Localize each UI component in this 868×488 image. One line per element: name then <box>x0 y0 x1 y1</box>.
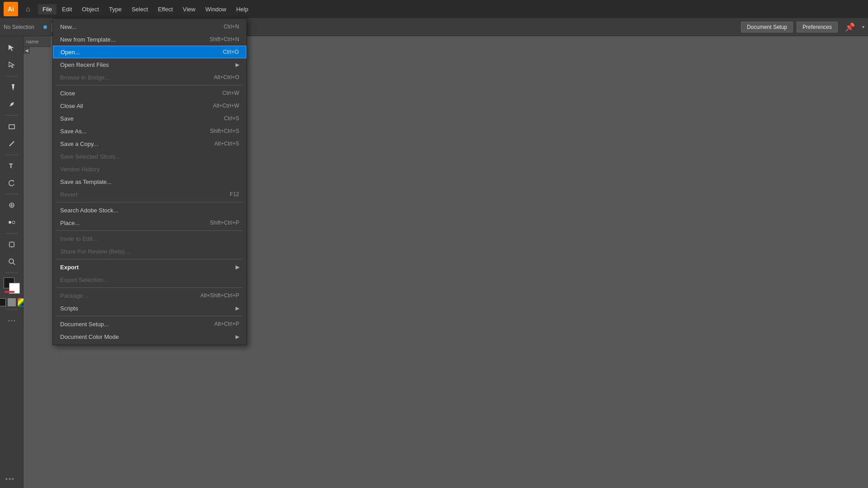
separator-6 <box>57 316 243 316</box>
brush-tool[interactable] <box>4 79 20 95</box>
menu-version-history: Version History <box>53 163 246 175</box>
color-fill-icon[interactable] <box>8 298 16 306</box>
artboard-tool[interactable] <box>4 236 20 253</box>
svg-rect-3 <box>9 125 14 129</box>
zoom-tool[interactable] <box>4 253 20 270</box>
pen-tool[interactable] <box>4 96 20 113</box>
menu-close[interactable]: Close Ctrl+W <box>53 87 246 99</box>
color-swatch[interactable] <box>4 277 20 294</box>
menu-search-stock[interactable]: Search Adobe Stock... <box>53 204 246 216</box>
menu-save[interactable]: Save Ctrl+S <box>53 112 246 125</box>
menu-bar: Ai ⌂ File Edit Object Type Select Effect… <box>0 0 868 18</box>
app-logo: Ai <box>4 2 18 16</box>
menu-scripts[interactable]: Scripts ▶ <box>53 302 246 314</box>
tool-separator-3 <box>5 155 19 155</box>
more-options-icon[interactable]: ••• <box>5 475 15 483</box>
menu-invite-edit: Invite to Edit... <box>53 232 246 245</box>
canvas-panel: name <box>24 36 51 47</box>
menu-type[interactable]: Type <box>104 4 126 14</box>
separator-4 <box>57 259 243 259</box>
menu-object[interactable]: Object <box>77 4 104 14</box>
svg-point-16 <box>9 259 14 263</box>
document-setup-button[interactable]: Document Setup <box>741 22 793 33</box>
type-tool[interactable]: T <box>4 158 20 174</box>
svg-rect-18 <box>5 291 14 293</box>
toolbar-expand-icon[interactable]: ▾ <box>862 24 864 29</box>
panel-collapse-icon[interactable]: ◀ <box>24 47 30 54</box>
no-fill-icon[interactable] <box>0 298 6 306</box>
selection-status: No Selection <box>4 24 34 30</box>
rectangle-tool[interactable] <box>4 118 20 135</box>
menu-revert: Revert F12 <box>53 188 246 201</box>
home-icon[interactable]: ⌂ <box>22 3 34 15</box>
menu-close-all[interactable]: Close All Alt+Ctrl+W <box>53 99 246 112</box>
tool-separator-2 <box>5 115 19 116</box>
menu-open-recent[interactable]: Open Recent Files ▶ <box>53 58 246 71</box>
menu-new-from-template[interactable]: New from Template... Shift+Ctrl+N <box>53 33 246 46</box>
menu-place[interactable]: Place... Shift+Ctrl+P <box>53 216 246 229</box>
menu-edit[interactable]: Edit <box>57 4 76 14</box>
stroke-dot-icon <box>43 25 47 29</box>
menu-package: Package... Alt+Shift+Ctrl+P <box>53 289 246 302</box>
menu-window[interactable]: Window <box>201 4 231 14</box>
tool-separator-1 <box>5 76 19 76</box>
tool-separator-7 <box>5 309 19 310</box>
svg-rect-1 <box>12 85 14 89</box>
menu-browse-bridge: Browse in Bridge... Alt+Ctrl+O <box>53 71 246 84</box>
blend-tool[interactable] <box>4 214 20 230</box>
svg-point-9 <box>9 221 11 224</box>
symbol-tool[interactable] <box>4 197 20 213</box>
svg-text:T: T <box>9 162 13 169</box>
menu-save-selected-slices: Save Selected Slices... <box>53 150 246 163</box>
menu-open[interactable]: Open... Ctrl+O <box>53 46 246 58</box>
submenu-arrow-icon: ▶ <box>236 62 239 68</box>
pencil-tool[interactable] <box>4 136 20 152</box>
left-sidebar: T <box>0 36 24 488</box>
color-mode-buttons <box>0 298 26 306</box>
menu-view[interactable]: View <box>178 4 200 14</box>
menu-share-review: Share For Review (Beta)... <box>53 245 246 258</box>
svg-point-10 <box>12 221 15 224</box>
color-mode-arrow-icon: ▶ <box>236 334 239 340</box>
direct-selection-tool[interactable] <box>4 57 20 73</box>
menu-document-color-mode[interactable]: Document Color Mode ▶ <box>53 330 246 343</box>
preferences-button[interactable]: Preferences <box>797 22 838 33</box>
menu-document-setup[interactable]: Document Setup... Alt+Ctrl+P <box>53 318 246 330</box>
separator-1 <box>57 85 243 85</box>
tool-separator-6 <box>5 272 19 273</box>
tool-separator-5 <box>5 233 19 234</box>
file-dropdown-menu: New... Ctrl+N New from Template... Shift… <box>52 18 247 345</box>
export-arrow-icon: ▶ <box>236 264 239 270</box>
rotate-tool[interactable] <box>4 175 20 191</box>
separator-2 <box>57 202 243 202</box>
menu-file[interactable]: File <box>38 4 57 14</box>
menu-export[interactable]: Export ▶ <box>53 261 246 273</box>
menu-select[interactable]: Select <box>127 4 152 14</box>
svg-rect-11 <box>9 242 14 247</box>
separator-5 <box>57 287 243 288</box>
tool-separator-4 <box>5 194 19 194</box>
svg-rect-2 <box>13 89 14 90</box>
menu-items: File Edit Object Type Select Effect View… <box>38 4 253 14</box>
more-tools[interactable]: ⋯ <box>4 312 20 328</box>
svg-line-4 <box>9 141 14 146</box>
menu-save-as[interactable]: Save As... Shift+Ctrl+S <box>53 125 246 137</box>
separator-3 <box>57 230 243 231</box>
scripts-arrow-icon: ▶ <box>236 305 239 311</box>
menu-new[interactable]: New... Ctrl+N <box>53 20 246 33</box>
menu-effect[interactable]: Effect <box>153 4 177 14</box>
svg-line-17 <box>13 263 15 265</box>
menu-save-copy[interactable]: Save a Copy... Alt+Ctrl+S <box>53 137 246 150</box>
color-slash-icon <box>5 283 14 293</box>
menu-export-selection: Export Selection... <box>53 273 246 286</box>
menu-help[interactable]: Help <box>231 4 253 14</box>
menu-save-as-template[interactable]: Save as Template... <box>53 175 246 188</box>
canvas-panel-text: name <box>26 39 39 44</box>
selection-tool[interactable] <box>4 40 20 56</box>
pin-icon[interactable]: 📌 <box>841 22 859 32</box>
